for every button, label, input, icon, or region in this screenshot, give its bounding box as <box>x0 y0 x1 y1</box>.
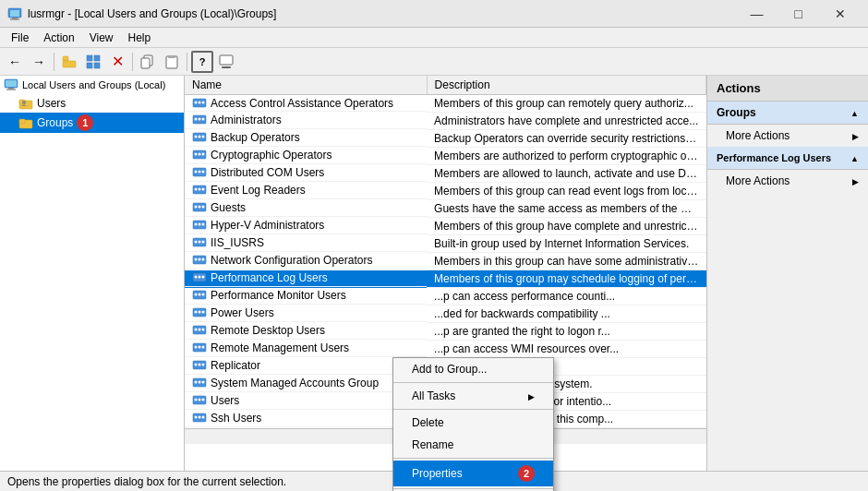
group-description: Members of this group can remotely query… <box>427 95 705 113</box>
delete-button[interactable]: ✕ <box>106 51 128 73</box>
actions-section-groups[interactable]: Groups <box>707 102 868 125</box>
svg-point-73 <box>202 293 205 296</box>
table-row[interactable]: Event Log ReadersMembers of this group c… <box>185 183 706 200</box>
table-row[interactable]: Remote Desktop Users...p are granted the… <box>185 323 706 341</box>
tree-item-users[interactable]: Users <box>0 94 184 113</box>
group-name: Network Configuration Operators <box>211 254 372 267</box>
svg-point-64 <box>199 258 201 261</box>
group-row-icon <box>192 358 207 373</box>
table-row[interactable]: Remote Management Users...p can access W… <box>185 341 706 358</box>
forward-button[interactable]: → <box>28 51 50 73</box>
up-button[interactable] <box>58 51 80 73</box>
more-actions-arrow-icon <box>852 129 859 142</box>
svg-point-28 <box>199 101 201 103</box>
group-row-icon <box>192 96 207 111</box>
svg-point-23 <box>22 101 26 104</box>
context-menu-sep-1 <box>393 382 553 383</box>
group-row-icon <box>192 130 207 145</box>
maximize-button[interactable]: □ <box>778 0 819 28</box>
group-name: Replicator <box>211 359 260 372</box>
group-name: Distributed COM Users <box>211 166 324 179</box>
perflog-collapse-icon <box>850 151 859 164</box>
actions-section-perflog[interactable]: Performance Log Users <box>707 147 868 170</box>
context-menu-properties-label: Properties <box>412 467 463 480</box>
svg-point-47 <box>195 188 198 191</box>
group-name: Power Users <box>211 306 274 319</box>
actions-groups-more[interactable]: More Actions <box>707 125 868 147</box>
menu-view[interactable]: View <box>82 30 121 46</box>
svg-point-41 <box>202 153 205 156</box>
group-description: ...p can access performance counti... <box>427 288 705 305</box>
table-row[interactable]: Network Configuration OperatorsMembers i… <box>185 253 706 270</box>
svg-point-57 <box>202 223 205 226</box>
menu-help[interactable]: Help <box>121 30 159 46</box>
svg-point-100 <box>199 416 201 419</box>
group-description: Backup Operators can override security r… <box>427 130 705 148</box>
group-description: Members of this group can read event log… <box>427 183 705 200</box>
context-menu-add-to-group[interactable]: Add to Group... <box>393 358 553 380</box>
svg-point-60 <box>199 241 201 244</box>
svg-point-83 <box>195 346 198 349</box>
svg-point-84 <box>199 346 201 349</box>
minimize-button[interactable]: — <box>736 0 778 28</box>
svg-point-76 <box>199 311 201 314</box>
table-row[interactable]: Hyper-V AdministratorsMembers of this gr… <box>185 218 706 235</box>
paste-button[interactable] <box>161 51 183 73</box>
svg-point-97 <box>202 399 205 401</box>
table-row[interactable]: Distributed COM UsersMembers are allowed… <box>185 165 706 183</box>
col-header-description[interactable]: Description <box>427 76 705 95</box>
table-row[interactable]: AdministratorsAdministrators have comple… <box>185 113 706 130</box>
title-bar: lusrmgr - [Local Users and Groups (Local… <box>0 0 868 28</box>
table-row[interactable]: Performance Monitor Users...p can access… <box>185 288 706 305</box>
menu-action[interactable]: Action <box>36 30 81 46</box>
back-button[interactable]: ← <box>4 51 26 73</box>
col-header-name[interactable]: Name <box>185 76 427 95</box>
help-button[interactable]: ? <box>191 51 213 73</box>
context-menu-all-tasks[interactable]: All Tasks <box>393 385 553 407</box>
table-row[interactable]: Performance Log UsersMembers of this gro… <box>185 270 706 288</box>
tree-item-root[interactable]: Local Users and Groups (Local) <box>0 76 184 94</box>
users-folder-icon <box>18 96 33 111</box>
tree-item-root-label: Local Users and Groups (Local) <box>22 79 165 90</box>
group-row-icon <box>192 113 207 127</box>
tree-item-groups[interactable]: Groups 1 <box>0 113 184 133</box>
svg-point-69 <box>202 276 205 279</box>
group-name: System Managed Accounts Group <box>211 377 379 389</box>
table-row[interactable]: Power Users...ded for backwards compatib… <box>185 305 706 323</box>
computer-icon <box>4 78 18 92</box>
svg-point-52 <box>199 206 201 209</box>
svg-rect-9 <box>94 63 100 68</box>
table-row[interactable]: Access Control Assistance OperatorsMembe… <box>185 95 706 113</box>
actions-groups-more-label: More Actions <box>726 129 790 142</box>
table-row[interactable]: GuestsGuests have the same access as mem… <box>185 200 706 218</box>
context-menu-properties[interactable]: Properties 2 <box>393 461 553 486</box>
table-row[interactable]: IIS_IUSRSBuilt-in group used by Internet… <box>185 235 706 253</box>
svg-rect-5 <box>63 61 76 67</box>
svg-point-51 <box>195 206 198 209</box>
group-name: Guests <box>211 201 246 214</box>
context-menu-rename[interactable]: Rename <box>393 434 553 456</box>
svg-rect-1 <box>10 10 19 17</box>
menu-file[interactable]: File <box>4 30 36 46</box>
close-button[interactable]: ✕ <box>819 0 861 28</box>
svg-point-96 <box>199 399 201 401</box>
context-menu: Add to Group... All Tasks Delete Rename … <box>392 357 554 491</box>
actions-perflog-more[interactable]: More Actions <box>707 170 868 192</box>
view-button[interactable] <box>82 51 104 73</box>
window-title: lusrmgr - [Local Users and Groups (Local… <box>28 7 276 20</box>
table-row[interactable]: Backup OperatorsBackup Operators can ove… <box>185 130 706 148</box>
context-menu-delete[interactable]: Delete <box>393 412 553 434</box>
actions-header: Actions <box>707 76 868 102</box>
group-description: Members of this group have complete and … <box>427 218 705 235</box>
table-row[interactable]: Cryptographic OperatorsMembers are autho… <box>185 148 706 165</box>
group-row-icon <box>192 305 207 320</box>
group-description: Members in this group can have some admi… <box>427 253 705 270</box>
copy-button[interactable] <box>137 51 159 73</box>
svg-point-35 <box>195 136 198 138</box>
svg-point-72 <box>199 293 201 296</box>
group-description: Members are authorized to perform crypto… <box>427 148 705 165</box>
svg-rect-14 <box>168 55 175 58</box>
context-menu-sep-4 <box>393 488 553 489</box>
group-row-icon <box>192 341 207 355</box>
properties-button[interactable] <box>215 51 237 73</box>
